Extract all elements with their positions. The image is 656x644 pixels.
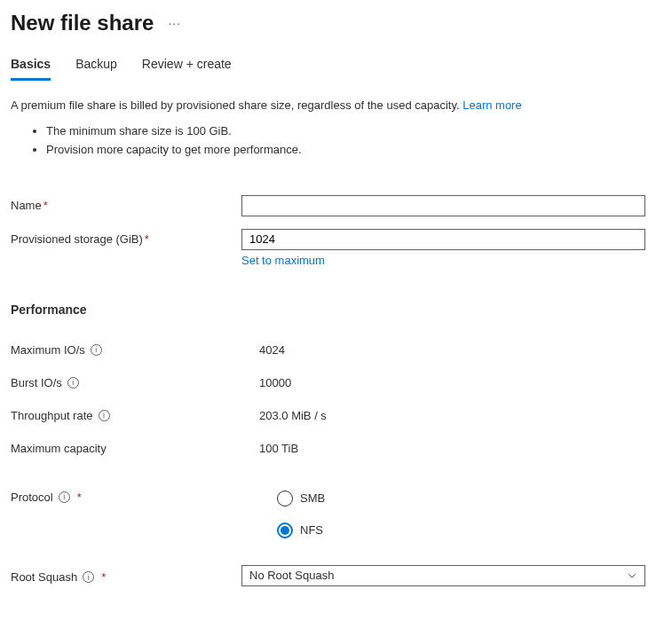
description-body: A premium file share is billed by provis… <box>11 98 462 112</box>
max-capacity-value: 100 TiB <box>259 442 298 455</box>
provisioned-storage-label-text: Provisioned storage (GiB) <box>11 232 143 246</box>
root-squash-select[interactable]: No Root Squash <box>241 565 645 586</box>
chevron-down-icon <box>627 570 637 581</box>
description-text: A premium file share is billed by provis… <box>11 98 645 112</box>
page-title: New file share <box>11 11 154 35</box>
info-list-item: Provision more capacity to get more perf… <box>46 141 645 160</box>
protocol-label: Protocol <box>11 491 53 504</box>
max-io-label: Maximum IO/s <box>11 343 85 357</box>
throughput-value: 203.0 MiB / s <box>259 409 327 422</box>
root-squash-value: No Root Squash <box>249 569 334 582</box>
max-capacity-label: Maximum capacity <box>11 442 107 455</box>
provisioned-storage-label: Provisioned storage (GiB)* <box>11 229 241 246</box>
tabs: Basics Backup Review + create <box>11 57 645 81</box>
protocol-smb-label: SMB <box>300 491 325 505</box>
info-icon[interactable]: i <box>91 344 102 356</box>
protocol-radio-smb[interactable]: SMB <box>277 491 325 507</box>
info-icon[interactable]: i <box>83 571 94 583</box>
tab-review-create[interactable]: Review + create <box>142 57 232 81</box>
info-icon[interactable]: i <box>67 377 79 389</box>
name-label-text: Name <box>11 199 42 212</box>
learn-more-link[interactable]: Learn more <box>462 98 521 112</box>
tab-basics[interactable]: Basics <box>11 57 51 81</box>
burst-io-label: Burst IO/s <box>11 376 62 389</box>
tab-backup[interactable]: Backup <box>75 57 117 81</box>
name-label: Name* <box>11 195 241 212</box>
root-squash-label: Root Squash <box>11 570 77 584</box>
info-list: The minimum share size is 100 GiB. Provi… <box>11 122 645 160</box>
set-to-maximum-link[interactable]: Set to maximum <box>241 254 325 267</box>
radio-icon <box>277 491 293 507</box>
required-asterisk: * <box>101 570 106 584</box>
performance-header: Performance <box>11 302 645 317</box>
throughput-label: Throughput rate <box>11 409 93 422</box>
burst-io-value: 10000 <box>259 376 291 389</box>
required-asterisk: * <box>145 232 149 246</box>
protocol-radio-nfs[interactable]: NFS <box>277 522 325 538</box>
info-icon[interactable]: i <box>59 491 70 503</box>
max-io-value: 4024 <box>259 343 285 357</box>
required-asterisk: * <box>43 199 48 212</box>
required-asterisk: * <box>77 491 82 504</box>
protocol-radio-group: SMB NFS <box>277 491 325 538</box>
radio-dot-icon <box>281 526 289 535</box>
provisioned-storage-input[interactable] <box>241 229 645 250</box>
radio-icon <box>277 522 293 538</box>
name-input[interactable] <box>241 195 645 216</box>
more-options-icon[interactable]: ··· <box>168 16 181 30</box>
info-icon[interactable]: i <box>99 410 110 421</box>
info-list-item: The minimum share size is 100 GiB. <box>46 122 645 141</box>
protocol-nfs-label: NFS <box>300 523 323 537</box>
